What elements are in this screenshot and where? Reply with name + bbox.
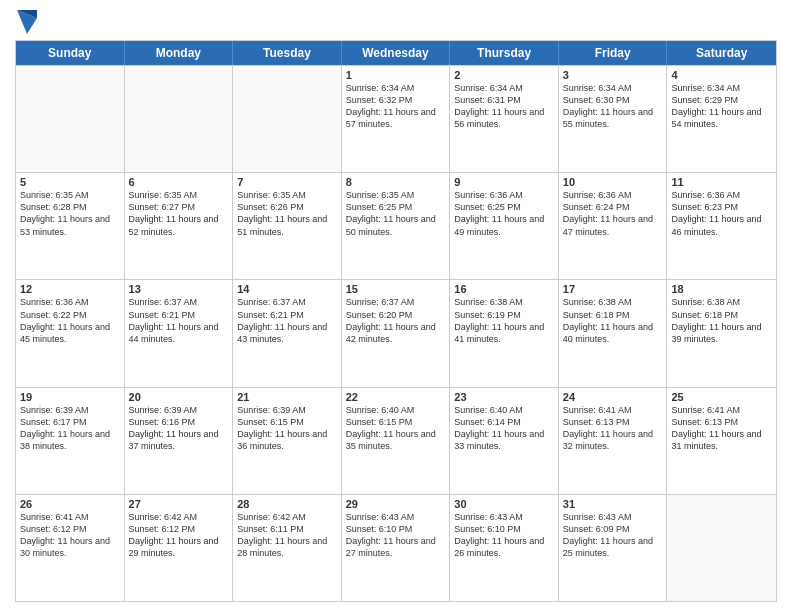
- day-info: Sunrise: 6:37 AM Sunset: 6:21 PM Dayligh…: [129, 296, 229, 345]
- day-number: 8: [346, 176, 446, 188]
- day-info: Sunrise: 6:34 AM Sunset: 6:32 PM Dayligh…: [346, 82, 446, 131]
- table-row: 21Sunrise: 6:39 AM Sunset: 6:15 PM Dayli…: [233, 388, 342, 494]
- day-info: Sunrise: 6:43 AM Sunset: 6:10 PM Dayligh…: [346, 511, 446, 560]
- week-row-0: 1Sunrise: 6:34 AM Sunset: 6:32 PM Daylig…: [16, 65, 776, 172]
- week-row-2: 12Sunrise: 6:36 AM Sunset: 6:22 PM Dayli…: [16, 279, 776, 386]
- day-number: 26: [20, 498, 120, 510]
- day-info: Sunrise: 6:38 AM Sunset: 6:18 PM Dayligh…: [671, 296, 772, 345]
- day-info: Sunrise: 6:43 AM Sunset: 6:10 PM Dayligh…: [454, 511, 554, 560]
- day-number: 21: [237, 391, 337, 403]
- table-row: 18Sunrise: 6:38 AM Sunset: 6:18 PM Dayli…: [667, 280, 776, 386]
- header-day-tuesday: Tuesday: [233, 41, 342, 65]
- table-row: 7Sunrise: 6:35 AM Sunset: 6:26 PM Daylig…: [233, 173, 342, 279]
- header-day-thursday: Thursday: [450, 41, 559, 65]
- day-number: 17: [563, 283, 663, 295]
- day-number: 22: [346, 391, 446, 403]
- table-row: 24Sunrise: 6:41 AM Sunset: 6:13 PM Dayli…: [559, 388, 668, 494]
- header-day-monday: Monday: [125, 41, 234, 65]
- calendar: SundayMondayTuesdayWednesdayThursdayFrid…: [15, 40, 777, 602]
- day-number: 13: [129, 283, 229, 295]
- day-info: Sunrise: 6:38 AM Sunset: 6:19 PM Dayligh…: [454, 296, 554, 345]
- table-row: 23Sunrise: 6:40 AM Sunset: 6:14 PM Dayli…: [450, 388, 559, 494]
- day-number: 31: [563, 498, 663, 510]
- day-number: 5: [20, 176, 120, 188]
- day-info: Sunrise: 6:42 AM Sunset: 6:11 PM Dayligh…: [237, 511, 337, 560]
- day-info: Sunrise: 6:39 AM Sunset: 6:15 PM Dayligh…: [237, 404, 337, 453]
- table-row: 16Sunrise: 6:38 AM Sunset: 6:19 PM Dayli…: [450, 280, 559, 386]
- day-number: 30: [454, 498, 554, 510]
- table-row: 12Sunrise: 6:36 AM Sunset: 6:22 PM Dayli…: [16, 280, 125, 386]
- table-row: 9Sunrise: 6:36 AM Sunset: 6:25 PM Daylig…: [450, 173, 559, 279]
- day-number: 6: [129, 176, 229, 188]
- day-number: 19: [20, 391, 120, 403]
- table-row: [16, 66, 125, 172]
- calendar-body: 1Sunrise: 6:34 AM Sunset: 6:32 PM Daylig…: [16, 65, 776, 601]
- day-number: 4: [671, 69, 772, 81]
- table-row: 11Sunrise: 6:36 AM Sunset: 6:23 PM Dayli…: [667, 173, 776, 279]
- day-number: 16: [454, 283, 554, 295]
- day-number: 15: [346, 283, 446, 295]
- day-number: 27: [129, 498, 229, 510]
- table-row: 4Sunrise: 6:34 AM Sunset: 6:29 PM Daylig…: [667, 66, 776, 172]
- table-row: 1Sunrise: 6:34 AM Sunset: 6:32 PM Daylig…: [342, 66, 451, 172]
- day-info: Sunrise: 6:34 AM Sunset: 6:29 PM Dayligh…: [671, 82, 772, 131]
- table-row: 26Sunrise: 6:41 AM Sunset: 6:12 PM Dayli…: [16, 495, 125, 601]
- day-info: Sunrise: 6:37 AM Sunset: 6:21 PM Dayligh…: [237, 296, 337, 345]
- table-row: 30Sunrise: 6:43 AM Sunset: 6:10 PM Dayli…: [450, 495, 559, 601]
- day-info: Sunrise: 6:35 AM Sunset: 6:28 PM Dayligh…: [20, 189, 120, 238]
- day-info: Sunrise: 6:41 AM Sunset: 6:12 PM Dayligh…: [20, 511, 120, 560]
- logo: [15, 10, 39, 34]
- day-number: 9: [454, 176, 554, 188]
- day-number: 1: [346, 69, 446, 81]
- day-info: Sunrise: 6:35 AM Sunset: 6:26 PM Dayligh…: [237, 189, 337, 238]
- day-number: 18: [671, 283, 772, 295]
- day-number: 11: [671, 176, 772, 188]
- table-row: 29Sunrise: 6:43 AM Sunset: 6:10 PM Dayli…: [342, 495, 451, 601]
- table-row: 22Sunrise: 6:40 AM Sunset: 6:15 PM Dayli…: [342, 388, 451, 494]
- table-row: 27Sunrise: 6:42 AM Sunset: 6:12 PM Dayli…: [125, 495, 234, 601]
- table-row: 2Sunrise: 6:34 AM Sunset: 6:31 PM Daylig…: [450, 66, 559, 172]
- day-info: Sunrise: 6:43 AM Sunset: 6:09 PM Dayligh…: [563, 511, 663, 560]
- day-info: Sunrise: 6:36 AM Sunset: 6:24 PM Dayligh…: [563, 189, 663, 238]
- table-row: 28Sunrise: 6:42 AM Sunset: 6:11 PM Dayli…: [233, 495, 342, 601]
- day-number: 20: [129, 391, 229, 403]
- table-row: 15Sunrise: 6:37 AM Sunset: 6:20 PM Dayli…: [342, 280, 451, 386]
- table-row: 3Sunrise: 6:34 AM Sunset: 6:30 PM Daylig…: [559, 66, 668, 172]
- day-info: Sunrise: 6:38 AM Sunset: 6:18 PM Dayligh…: [563, 296, 663, 345]
- day-info: Sunrise: 6:36 AM Sunset: 6:23 PM Dayligh…: [671, 189, 772, 238]
- day-number: 24: [563, 391, 663, 403]
- header-day-wednesday: Wednesday: [342, 41, 451, 65]
- day-info: Sunrise: 6:34 AM Sunset: 6:30 PM Dayligh…: [563, 82, 663, 131]
- day-info: Sunrise: 6:42 AM Sunset: 6:12 PM Dayligh…: [129, 511, 229, 560]
- header-day-saturday: Saturday: [667, 41, 776, 65]
- table-row: 31Sunrise: 6:43 AM Sunset: 6:09 PM Dayli…: [559, 495, 668, 601]
- table-row: 13Sunrise: 6:37 AM Sunset: 6:21 PM Dayli…: [125, 280, 234, 386]
- day-number: 3: [563, 69, 663, 81]
- header-day-sunday: Sunday: [16, 41, 125, 65]
- day-number: 2: [454, 69, 554, 81]
- table-row: 17Sunrise: 6:38 AM Sunset: 6:18 PM Dayli…: [559, 280, 668, 386]
- day-number: 25: [671, 391, 772, 403]
- day-number: 12: [20, 283, 120, 295]
- day-info: Sunrise: 6:36 AM Sunset: 6:22 PM Dayligh…: [20, 296, 120, 345]
- week-row-1: 5Sunrise: 6:35 AM Sunset: 6:28 PM Daylig…: [16, 172, 776, 279]
- day-info: Sunrise: 6:41 AM Sunset: 6:13 PM Dayligh…: [671, 404, 772, 453]
- table-row: 25Sunrise: 6:41 AM Sunset: 6:13 PM Dayli…: [667, 388, 776, 494]
- day-info: Sunrise: 6:41 AM Sunset: 6:13 PM Dayligh…: [563, 404, 663, 453]
- table-row: 14Sunrise: 6:37 AM Sunset: 6:21 PM Dayli…: [233, 280, 342, 386]
- day-number: 23: [454, 391, 554, 403]
- day-info: Sunrise: 6:36 AM Sunset: 6:25 PM Dayligh…: [454, 189, 554, 238]
- day-info: Sunrise: 6:35 AM Sunset: 6:25 PM Dayligh…: [346, 189, 446, 238]
- week-row-3: 19Sunrise: 6:39 AM Sunset: 6:17 PM Dayli…: [16, 387, 776, 494]
- day-info: Sunrise: 6:39 AM Sunset: 6:17 PM Dayligh…: [20, 404, 120, 453]
- table-row: 6Sunrise: 6:35 AM Sunset: 6:27 PM Daylig…: [125, 173, 234, 279]
- page: SundayMondayTuesdayWednesdayThursdayFrid…: [0, 0, 792, 612]
- calendar-header: SundayMondayTuesdayWednesdayThursdayFrid…: [16, 41, 776, 65]
- day-number: 7: [237, 176, 337, 188]
- day-info: Sunrise: 6:40 AM Sunset: 6:14 PM Dayligh…: [454, 404, 554, 453]
- day-number: 14: [237, 283, 337, 295]
- day-info: Sunrise: 6:34 AM Sunset: 6:31 PM Dayligh…: [454, 82, 554, 131]
- table-row: [667, 495, 776, 601]
- day-info: Sunrise: 6:39 AM Sunset: 6:16 PM Dayligh…: [129, 404, 229, 453]
- table-row: [233, 66, 342, 172]
